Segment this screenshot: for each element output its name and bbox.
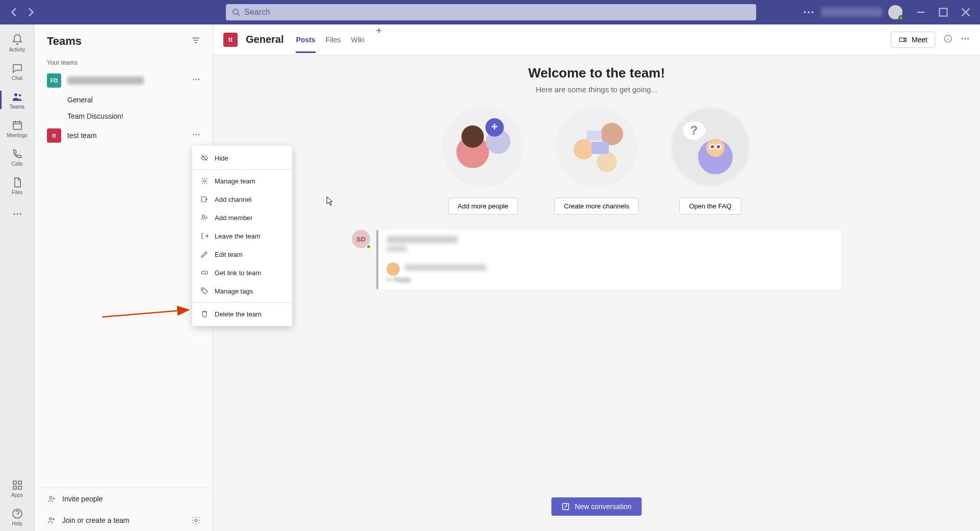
svg-point-21	[198, 134, 199, 135]
close-button[interactable]	[960, 6, 972, 18]
svg-rect-13	[13, 486, 16, 489]
leave-icon	[200, 232, 209, 240]
add-tab-button[interactable]	[375, 26, 383, 53]
rail-help[interactable]: Help	[0, 502, 35, 531]
more-icon[interactable]	[803, 6, 815, 18]
add-people-button[interactable]: Add more people	[448, 198, 518, 215]
search-icon	[232, 8, 240, 16]
video-icon	[898, 35, 908, 44]
ctx-leave-team[interactable]: Leave the team	[192, 227, 292, 245]
create-channels-button[interactable]: Create more channels	[554, 198, 639, 215]
back-button[interactable]	[8, 6, 20, 18]
svg-point-49	[717, 145, 720, 148]
info-icon[interactable]	[943, 34, 952, 45]
reply-avatar	[386, 262, 400, 276]
help-icon	[11, 508, 23, 520]
new-conversation-button[interactable]: New conversation	[551, 497, 641, 516]
svg-point-2	[808, 11, 810, 13]
chat-icon	[11, 62, 23, 74]
app-rail: Activity Chat Teams Meetings Calls Files	[0, 24, 35, 531]
svg-point-17	[196, 79, 197, 80]
minimize-button[interactable]	[915, 6, 927, 18]
svg-point-40	[597, 152, 617, 172]
svg-point-3	[812, 11, 814, 13]
svg-point-45	[706, 139, 725, 157]
svg-point-5	[14, 93, 17, 96]
welcome-subtitle: Here are some things to get going...	[213, 85, 980, 94]
ctx-delete-team[interactable]: Delete the team	[192, 305, 292, 323]
rail-calls[interactable]: Calls	[0, 143, 35, 171]
svg-point-1	[804, 11, 806, 13]
ctx-manage-tags[interactable]: Manage tags	[192, 282, 292, 300]
post-content-blurred	[386, 246, 407, 251]
ctx-hide[interactable]: Hide	[192, 149, 292, 167]
welcome-title: Welcome to the team!	[213, 65, 980, 81]
search-input[interactable]: Search	[226, 4, 756, 20]
tag-icon	[200, 287, 209, 295]
titlebar: Search	[0, 0, 980, 24]
invite-people[interactable]: Invite people	[35, 488, 213, 510]
tab-wiki[interactable]: Wiki	[351, 26, 364, 53]
calendar-icon	[11, 119, 23, 131]
add-channel-icon	[200, 195, 209, 203]
svg-point-23	[49, 518, 52, 520]
team-avatar: FD	[47, 73, 61, 88]
svg-rect-42	[586, 130, 602, 141]
ctx-add-channel[interactable]: Add channel	[192, 190, 292, 208]
svg-rect-14	[18, 486, 21, 489]
svg-point-9	[16, 214, 18, 215]
svg-rect-41	[591, 142, 609, 154]
team-item-2[interactable]: tt test team	[35, 124, 213, 147]
user-name-blurred	[821, 8, 882, 17]
rail-more[interactable]	[0, 200, 35, 228]
ctx-add-member[interactable]: Add member	[192, 208, 292, 227]
filter-icon[interactable]	[191, 36, 200, 47]
svg-point-29	[965, 38, 966, 39]
svg-point-33	[461, 125, 484, 148]
more-icon[interactable]	[961, 34, 970, 45]
rail-files[interactable]: Files	[0, 171, 35, 200]
rail-chat[interactable]: Chat	[0, 57, 35, 86]
svg-point-38	[574, 139, 594, 160]
illustration-faq: ?	[669, 106, 751, 188]
ctx-edit-team[interactable]: Edit team	[192, 245, 292, 263]
post-item: SD ↩ Reply	[352, 230, 841, 289]
reply-link[interactable]: ↩ Reply	[386, 276, 833, 283]
channel-item[interactable]: Team Discussion!	[35, 108, 213, 124]
channel-item[interactable]: General	[35, 92, 213, 108]
svg-point-10	[19, 214, 21, 215]
section-your-teams: Your teams	[35, 54, 213, 69]
rail-teams[interactable]: Teams	[0, 86, 35, 114]
svg-point-8	[13, 214, 15, 215]
maximize-button[interactable]	[937, 6, 949, 18]
team-more-button[interactable]	[190, 128, 202, 143]
svg-point-19	[193, 134, 194, 135]
meet-button[interactable]: Meet	[891, 32, 935, 48]
team-item-1[interactable]: FD	[35, 69, 213, 92]
channel-name: General	[246, 34, 283, 45]
ctx-manage-team[interactable]: Manage team	[192, 172, 292, 190]
team-more-button[interactable]	[190, 73, 202, 88]
svg-point-53	[203, 180, 205, 182]
open-faq-button[interactable]: Open the FAQ	[679, 198, 741, 215]
post-author-avatar[interactable]: SD	[352, 230, 370, 248]
user-avatar[interactable]	[888, 5, 902, 19]
post-header-blurred	[386, 236, 458, 243]
rail-activity[interactable]: Activity	[0, 29, 35, 57]
rail-meetings[interactable]: Meetings	[0, 114, 35, 143]
svg-point-0	[233, 9, 238, 14]
join-icon	[47, 516, 56, 525]
ctx-get-link[interactable]: Get link to team	[192, 263, 292, 282]
join-create-team[interactable]: Join or create a team	[35, 510, 213, 531]
teams-icon	[11, 91, 23, 103]
svg-rect-26	[899, 38, 904, 42]
gear-icon[interactable]	[191, 516, 200, 525]
tab-posts[interactable]: Posts	[296, 26, 315, 53]
svg-point-16	[193, 79, 194, 80]
rail-apps[interactable]: Apps	[0, 474, 35, 502]
tab-files[interactable]: Files	[326, 26, 341, 53]
svg-rect-7	[13, 122, 21, 129]
forward-button[interactable]	[24, 6, 37, 18]
presence-indicator	[366, 244, 371, 249]
illustration-channels	[556, 106, 637, 188]
